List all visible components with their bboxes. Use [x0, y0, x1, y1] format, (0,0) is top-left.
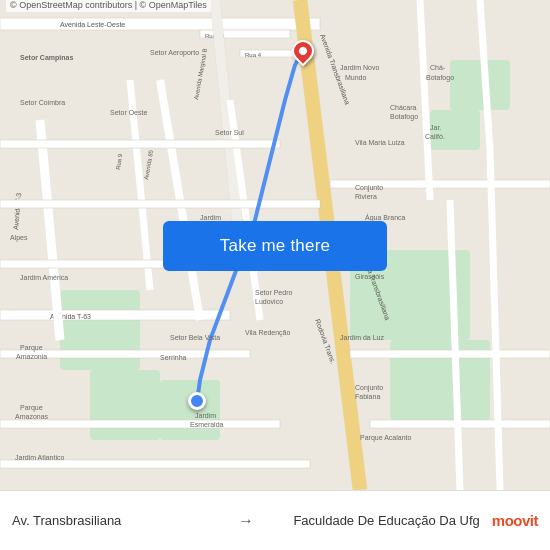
svg-text:Botafogo: Botafogo [390, 113, 418, 121]
svg-rect-33 [0, 460, 310, 468]
svg-rect-35 [350, 350, 550, 358]
moovit-text: moovit [492, 512, 538, 529]
svg-text:Chá-: Chá- [430, 64, 446, 71]
svg-text:Vila Redenção: Vila Redenção [245, 329, 291, 337]
svg-text:Setor Pedro: Setor Pedro [255, 289, 292, 296]
svg-text:Setor Sul: Setor Sul [215, 129, 244, 136]
svg-text:Riviera: Riviera [355, 193, 377, 200]
svg-text:Vila Maria Luiza: Vila Maria Luiza [355, 139, 405, 146]
svg-rect-32 [0, 420, 280, 428]
svg-rect-28 [0, 140, 280, 148]
start-marker [188, 392, 206, 410]
svg-text:Conjunto: Conjunto [355, 384, 383, 392]
svg-text:Rua 4: Rua 4 [245, 52, 262, 58]
svg-text:Alpes: Alpes [10, 234, 28, 242]
svg-text:Califó.: Califó. [425, 133, 445, 140]
svg-text:Chácara: Chácara [390, 104, 417, 111]
svg-text:Setor Coimbra: Setor Coimbra [20, 99, 65, 106]
svg-text:Jardim da Luz: Jardim da Luz [340, 334, 384, 341]
map-attribution: © OpenStreetMap contributors | © OpenMap… [6, 0, 211, 12]
svg-text:Botafogo: Botafogo [426, 74, 454, 82]
take-me-there-button[interactable]: Take me there [163, 221, 387, 271]
svg-text:Amazonia: Amazonia [16, 353, 47, 360]
svg-text:Parque Acalanto: Parque Acalanto [360, 434, 411, 442]
svg-text:Ludovico: Ludovico [255, 298, 283, 305]
svg-text:Setor Oeste: Setor Oeste [110, 109, 147, 116]
moovit-logo: moovit [492, 512, 538, 529]
svg-rect-5 [160, 380, 220, 440]
svg-rect-6 [450, 60, 510, 110]
svg-text:Jardim: Jardim [200, 214, 221, 221]
svg-text:Parque: Parque [20, 404, 43, 412]
svg-text:Jar.: Jar. [430, 124, 441, 131]
svg-text:Conjunto: Conjunto [355, 184, 383, 192]
bottom-bar: Av. Transbrasiliana → Faculdade De Educa… [0, 490, 550, 550]
svg-rect-4 [90, 370, 160, 440]
svg-text:Setor Bela Vista: Setor Bela Vista [170, 334, 220, 341]
svg-text:Esmeralda: Esmeralda [190, 421, 224, 428]
route-to: Faculdade De Educação Da Ufg [262, 513, 480, 528]
svg-text:Setor Aeroporto: Setor Aeroporto [150, 49, 199, 57]
svg-text:Setor Campinas: Setor Campinas [20, 54, 73, 62]
svg-text:Amazonas: Amazonas [15, 413, 49, 420]
svg-text:Jardim América: Jardim América [20, 274, 68, 281]
svg-text:Jardim: Jardim [195, 412, 216, 419]
svg-text:Mundo: Mundo [345, 74, 367, 81]
route-from: Av. Transbrasiliana [12, 513, 230, 528]
arrow-icon: → [238, 512, 254, 530]
map-container: Avenida Leste-Oeste Rua 55 Rua 4 Avenida… [0, 0, 550, 490]
svg-rect-8 [0, 18, 320, 30]
svg-text:Fabiana: Fabiana [355, 393, 380, 400]
svg-text:Jardim Novo: Jardim Novo [340, 64, 379, 71]
button-overlay: Take me there [163, 221, 387, 271]
svg-rect-29 [0, 200, 320, 208]
svg-text:Jardim Atlantico: Jardim Atlantico [15, 454, 65, 461]
svg-text:Avenida Leste-Oeste: Avenida Leste-Oeste [60, 21, 125, 28]
svg-text:Parque: Parque [20, 344, 43, 352]
svg-text:Serrinha: Serrinha [160, 354, 187, 361]
